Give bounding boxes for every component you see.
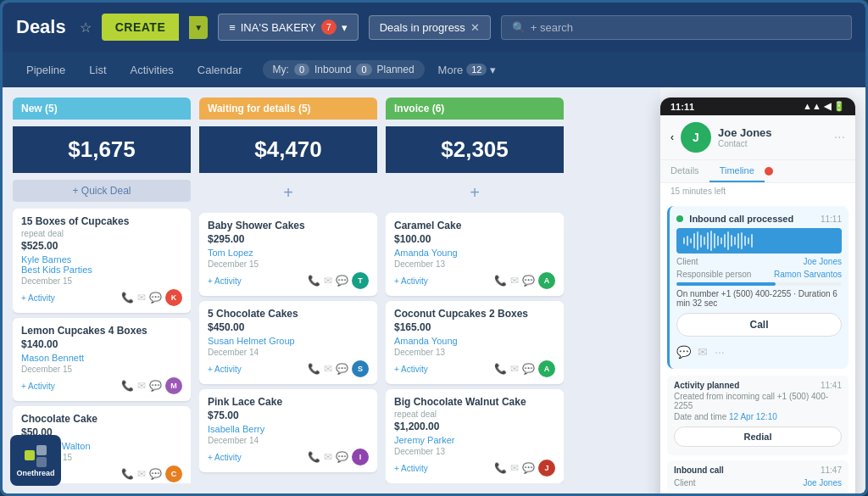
tab-list[interactable]: List: [79, 57, 116, 83]
mail-icon[interactable]: ✉: [137, 292, 146, 304]
deal-card-person[interactable]: Tom Lopez: [208, 248, 369, 258]
deal-card[interactable]: 5 Chocolate Cakes $450.00 Susan Helmet G…: [199, 301, 377, 384]
deal-card[interactable]: Caramel Cake $100.00 Amanda Young Decemb…: [386, 213, 564, 296]
mail-icon[interactable]: ✉: [510, 363, 519, 375]
phone-panel-wrapper: 11:11 ▲▲ ◀ 🔋 ‹ J Joe Jones Contact ··· D…: [660, 87, 865, 493]
brand-name: Onethread: [16, 469, 54, 477]
tab-calendar[interactable]: Calendar: [187, 57, 253, 83]
inbound-client-label: Client: [674, 478, 696, 488]
tab-activities[interactable]: Activities: [120, 57, 184, 83]
deal-card-person[interactable]: Jeremy Parker: [394, 435, 555, 445]
mail-icon[interactable]: ✉: [698, 345, 708, 359]
more-button[interactable]: More 12 ▾: [428, 57, 507, 83]
deal-card[interactable]: Big Chocolate Walnut Cake repeat deal $1…: [386, 389, 564, 483]
call-button[interactable]: Call: [676, 313, 842, 337]
chat-icon[interactable]: 💬: [522, 462, 535, 474]
chat-icon[interactable]: 💬: [149, 380, 162, 392]
deal-card[interactable]: Lemon Cupcakes 4 Boxes $140.00 Mason Ben…: [13, 318, 191, 401]
add-deal-button-waiting[interactable]: +: [199, 180, 377, 206]
progress-bar: [676, 282, 776, 286]
my-filter[interactable]: My: 0 Inbound 0 Planned: [263, 60, 425, 79]
activity-link[interactable]: + Activity: [208, 365, 242, 374]
redial-button[interactable]: Redial: [674, 426, 842, 447]
deal-card-price: $100.00: [394, 233, 555, 245]
card-footer: + Activity 📞 ✉ 💬 S: [208, 360, 369, 377]
activity-link[interactable]: + Activity: [21, 293, 55, 303]
chat-icon[interactable]: 💬: [149, 292, 162, 304]
filter-button[interactable]: ≡ INA'S BAKERY 7 ▾: [218, 14, 359, 41]
tab-pipeline[interactable]: Pipeline: [16, 57, 75, 83]
responsible-name[interactable]: Ramon Sarvantos: [774, 270, 842, 279]
deals-filter-close-icon[interactable]: ✕: [470, 21, 480, 34]
phone-icon[interactable]: 📞: [121, 468, 134, 480]
more-options-icon[interactable]: ···: [834, 130, 845, 145]
activity-link[interactable]: + Activity: [394, 365, 428, 374]
phone-icon[interactable]: 📞: [308, 363, 320, 375]
mail-icon[interactable]: ✉: [137, 380, 146, 392]
more-icon[interactable]: ···: [715, 345, 725, 359]
create-dropdown-button[interactable]: ▼: [189, 16, 208, 39]
search-box[interactable]: 🔍 + search: [501, 15, 852, 40]
chat-icon[interactable]: 💬: [336, 363, 348, 375]
mail-icon[interactable]: ✉: [324, 451, 332, 463]
star-icon[interactable]: ☆: [80, 20, 92, 36]
wave-bar: [710, 231, 712, 251]
phone-tab-timeline[interactable]: Timeline: [709, 160, 765, 182]
col-header-new: New (5): [13, 98, 191, 120]
chat-icon[interactable]: 💬: [522, 275, 535, 287]
mail-icon[interactable]: ✉: [510, 275, 519, 287]
phone-icon[interactable]: 📞: [308, 275, 320, 287]
back-icon[interactable]: ‹: [670, 131, 674, 143]
phone-icon[interactable]: 📞: [494, 363, 507, 375]
deal-card-person[interactable]: Mason Bennett: [21, 353, 182, 363]
wave-bar: [751, 234, 753, 248]
deal-card-person[interactable]: Isabella Berry: [208, 424, 369, 434]
chat-icon[interactable]: 💬: [336, 451, 348, 463]
phone-icon[interactable]: 📞: [494, 275, 507, 287]
deal-card-person[interactable]: Kyle Barnes: [21, 254, 182, 265]
mail-icon[interactable]: ✉: [510, 462, 519, 474]
deal-card-date: December 13: [394, 348, 555, 357]
deal-card-price: $525.00: [21, 240, 182, 252]
chat-icon[interactable]: 💬: [522, 363, 535, 375]
mail-icon[interactable]: ✉: [324, 363, 332, 375]
mail-icon[interactable]: ✉: [137, 468, 146, 480]
planned-label: Planned: [377, 64, 415, 75]
activity-link[interactable]: + Activity: [208, 276, 242, 286]
deal-card[interactable]: 15 Boxes of Cupcakes repeat deal $525.00…: [13, 209, 191, 313]
phone-icon[interactable]: 📞: [121, 380, 134, 392]
phone-icon[interactable]: 📞: [121, 292, 134, 304]
chat-icon[interactable]: 💬: [676, 345, 691, 359]
deal-card-person[interactable]: Amanda Young: [394, 248, 555, 258]
create-button[interactable]: CREATE: [102, 14, 180, 41]
deal-card-person[interactable]: Susan Helmet Group: [208, 336, 369, 346]
chat-icon[interactable]: 💬: [149, 468, 162, 480]
client-name[interactable]: Joe Jones: [803, 257, 842, 266]
deal-card-org[interactable]: Best Kids Parties: [21, 265, 182, 275]
add-deal-button-invoice[interactable]: +: [386, 180, 564, 206]
wave-bar: [693, 233, 695, 248]
quick-deal-button[interactable]: + Quick Deal: [13, 180, 191, 202]
activity-link[interactable]: + Activity: [21, 382, 55, 391]
activity-link[interactable]: + Activity: [394, 276, 428, 286]
deal-card-title: 5 Chocolate Cakes: [208, 308, 369, 320]
deal-card[interactable]: Coconut Cupcakes 2 Boxes $165.00 Amanda …: [386, 301, 564, 384]
activity-text: Created from incoming call +1 (500) 400-…: [674, 392, 842, 410]
deal-card[interactable]: Pink Lace Cake $75.00 Isabella Berry Dec…: [199, 389, 377, 472]
deals-filter[interactable]: Deals in progress ✕: [369, 15, 491, 40]
card-icons: 📞 ✉ 💬 S: [308, 360, 369, 377]
activity-link[interactable]: + Activity: [394, 464, 428, 473]
avatar: K: [165, 289, 182, 306]
my-label: My:: [273, 64, 289, 75]
phone-icon[interactable]: 📞: [494, 462, 507, 474]
phone-icon[interactable]: 📞: [308, 451, 320, 463]
inbound-client[interactable]: Joe Jones: [803, 478, 842, 488]
deal-card[interactable]: Baby Shower Cakes $295.00 Tom Lopez Dece…: [199, 213, 377, 296]
mail-icon[interactable]: ✉: [324, 275, 332, 287]
card-footer: + Activity 📞 ✉ 💬 M: [21, 377, 182, 394]
chat-icon[interactable]: 💬: [336, 275, 348, 287]
deal-card-person[interactable]: Amanda Young: [394, 336, 555, 346]
activity-link[interactable]: + Activity: [208, 453, 242, 462]
activity-date[interactable]: 12 Apr 12:10: [729, 412, 777, 421]
phone-tab-details[interactable]: Details: [660, 160, 709, 182]
